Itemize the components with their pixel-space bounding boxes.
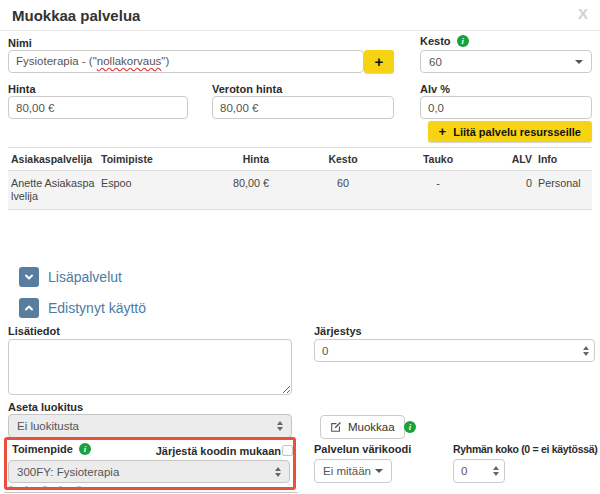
edit-button-label: Muokkaa bbox=[348, 421, 395, 433]
toggle-lisapalvelut[interactable]: Lisäpalvelut bbox=[19, 267, 122, 287]
order-input[interactable] bbox=[314, 339, 595, 362]
taxfree-price-input[interactable] bbox=[212, 96, 394, 119]
color-code-label: Palvelun värikoodi bbox=[314, 443, 411, 455]
procedure-select[interactable]: 300FY: Fysioterapia bbox=[8, 460, 290, 483]
toggle-edistynyt[interactable]: Edistynyt käyttö bbox=[19, 298, 146, 318]
edit-service-modal: Muokkaa palvelua X Nimi Fysioterapia - (… bbox=[0, 0, 600, 494]
edit-button[interactable]: Muokkaa bbox=[320, 415, 405, 439]
header-divider bbox=[0, 30, 600, 31]
classification-select[interactable]: Ei luokitusta bbox=[8, 414, 292, 438]
info-icon[interactable]: i bbox=[404, 421, 416, 433]
chevron-down-icon[interactable] bbox=[19, 267, 39, 287]
chevron-up-icon[interactable] bbox=[19, 298, 39, 318]
table-header-row: Asiakaspalvelija Toimipiste Hinta Kesto … bbox=[8, 148, 592, 171]
info-icon[interactable]: i bbox=[457, 35, 469, 47]
name-value-suffix: ") bbox=[161, 55, 169, 67]
stepper-icon[interactable] bbox=[493, 466, 499, 476]
notes-label: Lisätiedot bbox=[8, 325, 60, 337]
attach-service-button[interactable]: + Liitä palvelu resursseille bbox=[428, 121, 592, 142]
name-value-prefix: Fysioterapia - (" bbox=[16, 55, 97, 67]
cell-tauko: - bbox=[414, 171, 462, 210]
col-toimipiste: Toimipiste bbox=[98, 148, 190, 171]
color-code-value: Ei mitään bbox=[323, 465, 371, 477]
cell-asiakaspalvelija: Anette Asiakaspalvelija bbox=[8, 171, 98, 210]
color-code-select[interactable]: Ei mitään bbox=[314, 459, 392, 483]
order-label: Järjestys bbox=[314, 325, 362, 337]
stepper-icon bbox=[275, 467, 281, 477]
price-label: Hinta bbox=[8, 83, 36, 95]
duration-select[interactable]: 60 bbox=[420, 50, 592, 73]
stepper-icon bbox=[277, 421, 283, 431]
cell-kesto: 60 bbox=[272, 171, 414, 210]
table-row: Anette Asiakaspalvelija Espoo 80,00 € 60… bbox=[8, 171, 592, 210]
plus-icon: + bbox=[439, 124, 447, 139]
duration-value: 60 bbox=[429, 56, 442, 68]
group-size-label: Ryhmän koko (0 = ei käytössä) bbox=[453, 443, 598, 455]
name-label: Nimi bbox=[8, 37, 32, 49]
service-name-input[interactable]: Fysioterapia - ("nollakorvaus") bbox=[8, 50, 364, 73]
vat-input[interactable] bbox=[420, 96, 592, 119]
col-alv: ALV bbox=[462, 148, 535, 171]
col-kesto: Kesto bbox=[272, 148, 414, 171]
toggle-lisapalvelut-label[interactable]: Lisäpalvelut bbox=[48, 269, 122, 285]
toggle-edistynyt-label[interactable]: Edistynyt käyttö bbox=[48, 300, 146, 316]
divider bbox=[4, 492, 298, 493]
resources-table: Asiakaspalvelija Toimipiste Hinta Kesto … bbox=[8, 147, 592, 210]
clipped-text bbox=[9, 486, 81, 489]
cell-alv: 0 bbox=[462, 171, 535, 210]
cell-toimipiste: Espoo bbox=[98, 171, 190, 210]
sort-by-code-label: Järjestä koodin mukaan bbox=[156, 445, 281, 457]
pencil-square-icon bbox=[330, 421, 342, 433]
sort-by-code-checkbox[interactable] bbox=[282, 445, 293, 456]
col-asiakaspalvelija: Asiakaspalvelija bbox=[8, 148, 98, 171]
order-input-wrap bbox=[314, 339, 595, 362]
plus-icon: + bbox=[375, 53, 384, 70]
close-icon[interactable]: X bbox=[578, 5, 588, 22]
group-size-input-wrap bbox=[453, 459, 505, 483]
col-tauko: Tauko bbox=[414, 148, 462, 171]
col-info: Info bbox=[535, 148, 592, 171]
classification-label: Aseta luokitus bbox=[8, 401, 83, 413]
duration-label: Kesto bbox=[420, 35, 451, 47]
price-input[interactable] bbox=[8, 96, 188, 119]
info-icon[interactable]: i bbox=[79, 443, 91, 455]
attach-service-label: Liitä palvelu resursseille bbox=[453, 126, 581, 138]
col-hinta: Hinta bbox=[190, 148, 272, 171]
classification-value: Ei luokitusta bbox=[17, 420, 79, 432]
chevron-down-icon bbox=[575, 60, 583, 64]
taxfree-price-label: Veroton hinta bbox=[212, 83, 282, 95]
cell-hinta: 80,00 € bbox=[190, 171, 272, 210]
notes-textarea[interactable] bbox=[8, 339, 292, 395]
procedure-label: Toimenpide bbox=[12, 443, 73, 455]
cell-info: Personal bbox=[535, 171, 592, 210]
add-name-button[interactable]: + bbox=[364, 50, 394, 73]
vat-label: Alv % bbox=[420, 83, 450, 95]
chevron-down-icon bbox=[375, 469, 383, 473]
modal-title: Muokkaa palvelua bbox=[12, 7, 140, 24]
procedure-value: 300FY: Fysioterapia bbox=[17, 466, 119, 478]
name-value-misspelled: nollakorvaus bbox=[97, 55, 162, 67]
stepper-icon[interactable] bbox=[583, 346, 589, 356]
